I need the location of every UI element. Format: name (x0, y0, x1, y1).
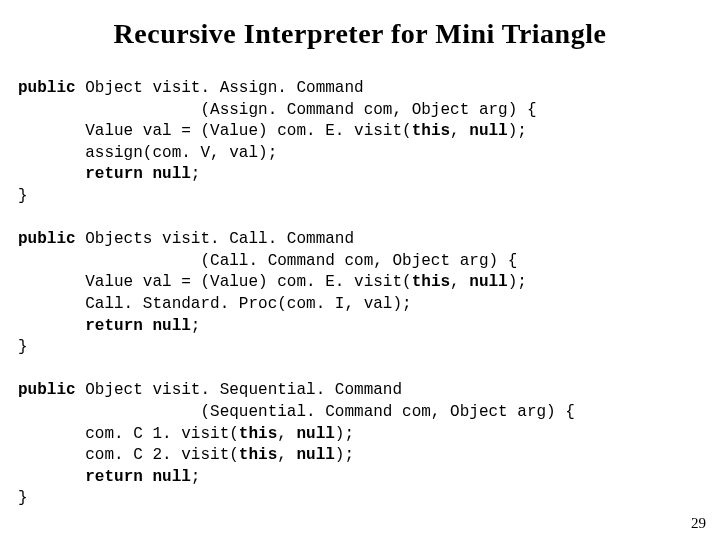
code-text: } (18, 489, 28, 507)
code-text: Value val = (Value) com. E. visit( (18, 273, 412, 291)
keyword-this: this (412, 273, 450, 291)
keyword-return: return (85, 165, 143, 183)
code-text: assign(com. V, val); (18, 144, 277, 162)
keyword-this: this (239, 446, 277, 464)
keyword-null: null (152, 165, 190, 183)
code-text: (Sequential. Command com, Object arg) { (18, 403, 575, 421)
code-text: Object visit. Assign. Command (76, 79, 364, 97)
keyword-public: public (18, 230, 76, 248)
keyword-null: null (152, 468, 190, 486)
code-text (143, 468, 153, 486)
code-text: ); (335, 425, 354, 443)
code-text: Value val = (Value) com. E. visit( (18, 122, 412, 140)
keyword-null: null (152, 317, 190, 335)
keyword-this: this (412, 122, 450, 140)
code-text: Object visit. Sequential. Command (76, 381, 402, 399)
code-text: (Call. Command com, Object arg) { (18, 252, 517, 270)
slide-title: Recursive Interpreter for Mini Triangle (0, 0, 720, 60)
code-text (143, 165, 153, 183)
keyword-null: null (469, 122, 507, 140)
keyword-return: return (85, 317, 143, 335)
keyword-public: public (18, 79, 76, 97)
code-text (18, 468, 85, 486)
keyword-null: null (469, 273, 507, 291)
code-text: , (450, 122, 469, 140)
page-number: 29 (691, 515, 706, 532)
code-text: } (18, 338, 28, 356)
code-text: Call. Standard. Proc(com. I, val); (18, 295, 412, 313)
code-text: ); (335, 446, 354, 464)
keyword-null: null (296, 425, 334, 443)
code-text: ; (191, 317, 201, 335)
code-text: ; (191, 165, 201, 183)
code-text: ); (508, 273, 527, 291)
code-text: com. C 1. visit( (18, 425, 239, 443)
code-text (18, 317, 85, 335)
code-text: Objects visit. Call. Command (76, 230, 354, 248)
code-text (143, 317, 153, 335)
code-text: (Assign. Command com, Object arg) { (18, 101, 536, 119)
code-text: ); (508, 122, 527, 140)
code-text: , (450, 273, 469, 291)
keyword-null: null (296, 446, 334, 464)
code-text: , (277, 425, 296, 443)
code-block: public Object visit. Assign. Command (As… (0, 60, 720, 510)
code-text (18, 165, 85, 183)
code-text: com. C 2. visit( (18, 446, 239, 464)
keyword-this: this (239, 425, 277, 443)
keyword-public: public (18, 381, 76, 399)
code-text: } (18, 187, 28, 205)
code-text: ; (191, 468, 201, 486)
code-text: , (277, 446, 296, 464)
keyword-return: return (85, 468, 143, 486)
